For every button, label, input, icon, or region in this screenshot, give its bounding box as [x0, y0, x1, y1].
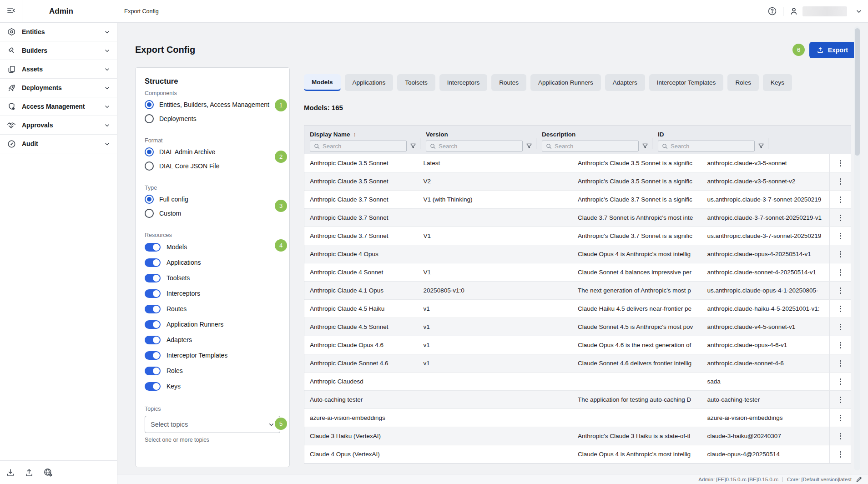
toggle-switch[interactable]	[145, 367, 161, 375]
user-name-redacted[interactable]	[802, 6, 847, 16]
table-row[interactable]: Anthropic Claude Opus 4.6 v1 Claude Opus…	[304, 336, 851, 354]
resource-toggle-row[interactable]: Adapters	[145, 332, 280, 348]
toggle-switch[interactable]	[145, 274, 161, 282]
tab[interactable]: Adapters	[605, 74, 645, 91]
resource-toggle-row[interactable]: Models	[145, 239, 280, 255]
table-row[interactable]: Anthropic Claude 3.5 Sonnet Latest Anthr…	[304, 154, 851, 172]
row-menu-kebab-icon[interactable]	[837, 303, 844, 315]
toggle-switch[interactable]	[145, 382, 161, 391]
table-row[interactable]: Anthropic Claude 4 Opus Claude Opus 4 is…	[304, 245, 851, 263]
radio-option-entities-builders-access[interactable]: Entities, Builders, Access Management	[145, 97, 280, 111]
table-row[interactable]: Anthropic Claude 3.7 Sonnet Claude 3.7 S…	[304, 208, 851, 227]
row-menu-kebab-icon[interactable]	[837, 321, 844, 333]
topics-select[interactable]: Select topics	[145, 416, 280, 433]
column-sort-header[interactable]: Description ↑	[536, 129, 652, 140]
resource-toggle-row[interactable]: Interceptors	[145, 286, 280, 301]
table-row[interactable]: azure-ai-vision-embeddings azure-ai-visi…	[304, 408, 851, 427]
resource-toggle-row[interactable]: Toolsets	[145, 270, 280, 286]
edit-version-pencil-icon[interactable]	[856, 476, 863, 483]
tab[interactable]: Interceptor Templates	[649, 74, 724, 91]
column-sort-header[interactable]: ID ↑	[652, 129, 768, 140]
row-menu-kebab-icon[interactable]	[837, 194, 844, 206]
radio-button[interactable]	[145, 100, 154, 109]
row-menu-kebab-icon[interactable]	[837, 157, 844, 169]
column-search-input[interactable]	[323, 143, 403, 150]
column-sort-header[interactable]: Display Name ↑	[304, 129, 420, 140]
sidebar-item-deployments[interactable]: Deployments	[0, 79, 117, 97]
scrollbar-thumb[interactable]	[855, 28, 860, 156]
table-row[interactable]: Anthropic Claude 3.5 Sonnet V2 Anthropic…	[304, 172, 851, 190]
resource-toggle-row[interactable]: Interceptor Templates	[145, 348, 280, 363]
toggle-switch[interactable]	[145, 289, 161, 298]
table-row[interactable]: Anthropic Claude 3.7 Sonnet V1 (with Thi…	[304, 190, 851, 208]
tab[interactable]: Application Runners	[530, 74, 601, 91]
row-menu-kebab-icon[interactable]	[837, 430, 844, 442]
toggle-switch[interactable]	[145, 258, 161, 267]
tab[interactable]: Routes	[491, 74, 526, 91]
row-menu-kebab-icon[interactable]	[837, 449, 844, 460]
upload-icon[interactable]	[25, 468, 34, 477]
help-button[interactable]	[767, 6, 777, 16]
table-row[interactable]: Auto-caching tester The application for …	[304, 390, 851, 408]
radio-option-custom[interactable]: Custom	[145, 206, 280, 220]
column-search-input[interactable]	[671, 143, 751, 150]
radio-button[interactable]	[145, 147, 154, 156]
column-search-box[interactable]	[426, 141, 523, 151]
column-sort-header[interactable]: Version ↑	[420, 129, 536, 140]
tab[interactable]: Roles	[727, 74, 759, 91]
globe-settings-icon[interactable]	[43, 468, 53, 477]
row-menu-kebab-icon[interactable]	[837, 376, 844, 388]
sidebar-item-builders[interactable]: Builders	[0, 41, 117, 60]
row-menu-kebab-icon[interactable]	[837, 285, 844, 297]
table-row[interactable]: Claude 4 Opus (VertexAI) Claude Opus 4 i…	[304, 445, 851, 463]
radio-option-dial-core-json[interactable]: DIAL Core JSON File	[145, 159, 280, 173]
radio-option-deployments[interactable]: Deployments	[145, 111, 280, 126]
table-row[interactable]: Anthropic Claudesd sada	[304, 372, 851, 390]
row-menu-kebab-icon[interactable]	[837, 230, 844, 242]
column-search-input[interactable]	[555, 143, 635, 150]
row-menu-kebab-icon[interactable]	[837, 248, 844, 260]
table-row[interactable]: Claude 3 Haiku (VertexAI) Anthropic's Cl…	[304, 427, 851, 445]
radio-button[interactable]	[145, 195, 154, 204]
export-button[interactable]: Export	[809, 42, 855, 58]
sidebar-item-approvals[interactable]: Approvals	[0, 116, 117, 135]
resource-toggle-row[interactable]: Routes	[145, 301, 280, 317]
row-menu-kebab-icon[interactable]	[837, 358, 844, 369]
radio-button[interactable]	[145, 114, 154, 123]
row-menu-kebab-icon[interactable]	[837, 412, 844, 424]
toggle-switch[interactable]	[145, 336, 161, 344]
resource-toggle-row[interactable]: Keys	[145, 378, 280, 394]
toggle-switch[interactable]	[145, 320, 161, 329]
filter-funnel-icon[interactable]	[642, 143, 648, 149]
sidebar-item-assets[interactable]: Assets	[0, 60, 117, 79]
collapse-sidebar-button[interactable]	[0, 0, 22, 22]
tab[interactable]: Applications	[345, 74, 394, 91]
tab[interactable]: Models	[304, 74, 341, 91]
sidebar-item-entities[interactable]: Entities	[0, 23, 117, 41]
table-row[interactable]: Anthropic Claude 4.5 Sonnet v1 Claude So…	[304, 318, 851, 336]
tab[interactable]: Keys	[763, 74, 792, 91]
download-icon[interactable]	[6, 468, 15, 477]
row-menu-kebab-icon[interactable]	[837, 339, 844, 351]
resource-toggle-row[interactable]: Application Runners	[145, 317, 280, 332]
tab[interactable]: Toolsets	[397, 74, 435, 91]
radio-button[interactable]	[145, 209, 154, 218]
table-row[interactable]: Anthropic Claude 4.5 Haiku v1 Claude Hai…	[304, 299, 851, 318]
row-menu-kebab-icon[interactable]	[837, 394, 844, 406]
row-menu-kebab-icon[interactable]	[837, 176, 844, 187]
column-search-input[interactable]	[439, 143, 519, 150]
sidebar-item-access-management[interactable]: Access Management	[0, 97, 117, 116]
filter-funnel-icon[interactable]	[758, 143, 764, 149]
table-row[interactable]: Anthropic Claude 4 Sonnet V1 Claude Sonn…	[304, 263, 851, 281]
toggle-switch[interactable]	[145, 351, 161, 360]
row-menu-kebab-icon[interactable]	[837, 212, 844, 224]
radio-button[interactable]	[145, 161, 154, 171]
table-row[interactable]: Anthropic Claude 4.1 Opus 20250805-v1:0 …	[304, 281, 851, 299]
toggle-switch[interactable]	[145, 243, 161, 252]
filter-funnel-icon[interactable]	[526, 143, 532, 149]
resource-toggle-row[interactable]: Applications	[145, 255, 280, 270]
row-menu-kebab-icon[interactable]	[837, 267, 844, 278]
tab[interactable]: Interceptors	[439, 74, 487, 91]
column-search-box[interactable]	[658, 141, 755, 151]
filter-funnel-icon[interactable]	[410, 143, 416, 149]
